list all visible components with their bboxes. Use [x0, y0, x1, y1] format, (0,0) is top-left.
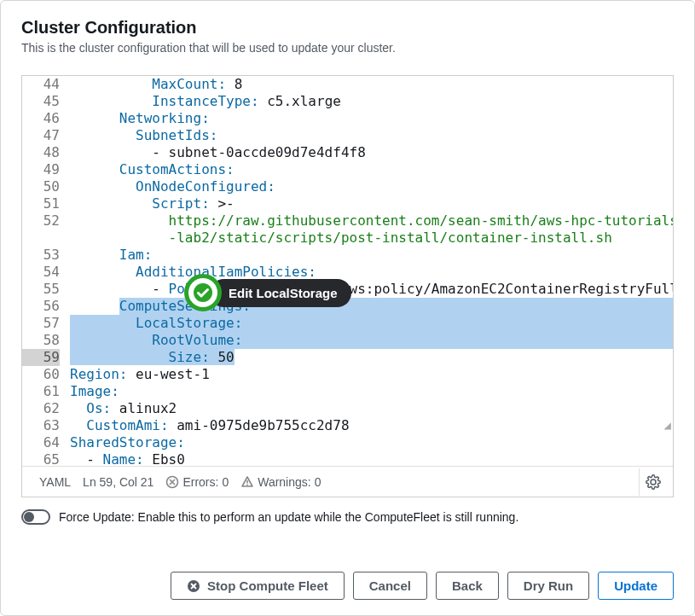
line-number: 64	[22, 434, 60, 451]
line-number: 55	[22, 281, 60, 298]
check-icon	[184, 274, 222, 311]
back-button[interactable]: Back	[436, 572, 499, 600]
cancel-button-label: Cancel	[369, 578, 411, 593]
line-gutter: 4445464748495051525354555657585960616263…	[22, 76, 70, 466]
code-line[interactable]: Iam:	[70, 247, 673, 264]
code-line[interactable]: AdditionalIamPolicies:	[70, 264, 673, 281]
code-line[interactable]: OnNodeConfigured:	[70, 178, 673, 195]
warnings-status[interactable]: Warnings: 0	[240, 475, 321, 489]
line-number: 62	[22, 400, 60, 417]
code-line[interactable]: - subnet-0accde09d7e4df4f8	[70, 144, 673, 161]
code-line[interactable]: RootVolume:	[70, 332, 673, 349]
code-content[interactable]: MaxCount: 8 InstanceType: c5.xlarge Netw…	[70, 76, 673, 466]
update-button[interactable]: Update	[598, 572, 674, 600]
cancel-button[interactable]: Cancel	[353, 572, 427, 600]
line-number: 48	[22, 144, 60, 161]
stop-compute-fleet-button[interactable]: Stop Compute Fleet	[171, 572, 345, 600]
code-line[interactable]: -lab2/static/scripts/post-install/contai…	[70, 230, 673, 247]
line-number: 63	[22, 417, 60, 434]
code-line[interactable]: SharedStorage:	[70, 434, 673, 451]
line-number: 59	[22, 349, 60, 366]
line-number: 60	[22, 366, 60, 383]
errors-status[interactable]: Errors: 0	[165, 475, 229, 489]
force-update-label: Force Update: Enable this to perform an …	[59, 510, 518, 524]
code-line[interactable]: MaxCount: 8	[70, 76, 673, 93]
line-number	[22, 230, 60, 247]
code-line[interactable]: SubnetIds:	[70, 127, 673, 144]
line-number: 45	[22, 93, 60, 110]
cluster-config-modal: Cluster Configuration This is the cluste…	[0, 0, 695, 616]
line-number: 44	[22, 76, 60, 93]
edit-localstorage-callout: Edit LocalStorage	[184, 274, 351, 311]
line-number: 61	[22, 383, 60, 400]
line-number: 46	[22, 110, 60, 127]
code-line[interactable]: Image:	[70, 383, 673, 400]
line-number: 49	[22, 161, 60, 178]
modal-header: Cluster Configuration This is the cluste…	[21, 18, 674, 55]
force-update-row: Force Update: Enable this to perform an …	[21, 509, 674, 525]
code-line[interactable]: CustomAmi: ami-0975de9b755cc2d78	[70, 417, 673, 434]
line-number: 52	[22, 212, 60, 230]
code-line[interactable]: Script: >-	[70, 195, 673, 212]
language-indicator: YAML	[39, 475, 71, 489]
code-line[interactable]: Os: alinux2	[70, 400, 673, 417]
callout-label: Edit LocalStorage	[210, 279, 351, 307]
line-number: 50	[22, 178, 60, 195]
force-update-toggle[interactable]	[21, 509, 50, 525]
line-number: 47	[22, 127, 60, 144]
back-button-label: Back	[452, 578, 483, 593]
code-line[interactable]: LocalStorage:	[70, 315, 673, 332]
line-number: 57	[22, 315, 60, 332]
line-number: 54	[22, 264, 60, 281]
line-number: 53	[22, 247, 60, 264]
cursor-position: Ln 59, Col 21	[83, 475, 153, 489]
code-line[interactable]: https://raw.githubusercontent.com/sean-s…	[70, 212, 673, 230]
dry-run-button[interactable]: Dry Run	[507, 572, 589, 600]
code-line[interactable]: Size: 50	[70, 349, 673, 366]
line-number: 58	[22, 332, 60, 349]
resize-handle-icon[interactable]: ◢	[664, 416, 671, 433]
stop-button-label: Stop Compute Fleet	[207, 578, 328, 593]
modal-subtitle: This is the cluster configuration that w…	[21, 41, 674, 55]
errors-count: 0	[222, 475, 229, 489]
error-icon	[165, 475, 179, 489]
code-line[interactable]: Networking:	[70, 110, 673, 127]
code-line[interactable]: - Policy: arn:aws:iam::aws:policy/Amazon…	[70, 281, 673, 298]
svg-point-4	[246, 484, 248, 485]
gear-icon	[646, 474, 661, 490]
code-line[interactable]: ComputeSettings:	[70, 298, 673, 315]
code-line[interactable]: CustomActions:	[70, 161, 673, 178]
code-line[interactable]: InstanceType: c5.xlarge	[70, 93, 673, 110]
update-button-label: Update	[614, 578, 657, 593]
line-number: 51	[22, 195, 60, 212]
errors-label: Errors:	[182, 475, 218, 489]
code-line[interactable]: Region: eu-west-1	[70, 366, 673, 383]
stop-icon	[187, 579, 200, 593]
modal-actions: Stop Compute Fleet Cancel Back Dry Run U…	[171, 572, 674, 600]
line-number: 65	[22, 451, 60, 466]
line-number: 56	[22, 298, 60, 315]
editor-settings-button[interactable]	[639, 468, 666, 496]
code-line[interactable]: - Name: Ebs0	[70, 451, 673, 466]
modal-title: Cluster Configuration	[21, 18, 674, 38]
editor-status-bar: YAML Ln 59, Col 21 Errors: 0 Warnings: 0	[22, 466, 673, 497]
warnings-count: 0	[315, 475, 321, 489]
dry-run-button-label: Dry Run	[524, 578, 573, 593]
warning-icon	[240, 475, 254, 489]
warnings-label: Warnings:	[258, 475, 311, 489]
